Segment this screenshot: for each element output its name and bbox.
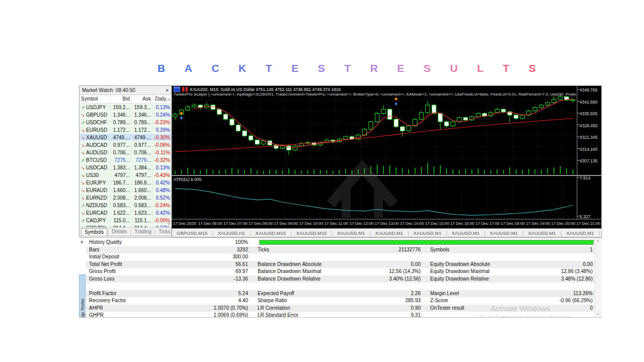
market-watch-tab-details[interactable]: Details	[109, 228, 130, 235]
time-axis-label: 17 Dec 19:00	[526, 221, 550, 226]
time-axis-label: 17 Dec 12:00	[350, 221, 374, 226]
title-letter: A	[185, 62, 192, 74]
stat-value: 0.90	[328, 305, 421, 311]
market-watch-row[interactable]: ↘EURCAD1.622...1.623...0.42%	[79, 209, 171, 217]
stat-value: 100%	[162, 239, 248, 245]
market-watch-row[interactable]: ↘XAUUSD4749....4749....-0.30%	[79, 134, 171, 141]
time-axis-label: 17 Dec 09:00	[274, 221, 298, 226]
bid-cell: 0.583...	[111, 202, 132, 209]
chart-tab[interactable]: XAUUSD,H1	[213, 230, 250, 236]
column-ask[interactable]: Ask	[132, 95, 153, 103]
time-axis-label: 17 Dec 2025	[173, 221, 196, 226]
symbol-cell: ↗BTCUSD	[79, 156, 111, 163]
bid-cell: 0.706...	[111, 149, 132, 156]
trade-marker-icon	[394, 102, 397, 105]
candle-body	[495, 109, 499, 113]
tester-scrollbar[interactable]: ∧ ∨	[595, 238, 602, 317]
market-watch-tab-ticks[interactable]: Ticks	[155, 228, 173, 235]
chart-tab[interactable]: XAUUSD,M1	[447, 230, 484, 236]
history-quality-progress-bar	[259, 240, 594, 245]
market-watch-row[interactable]: ↘US304797...4797...-0.43%	[79, 171, 171, 179]
chart-tab[interactable]: XAUUSD,M1	[371, 230, 408, 236]
candle-body	[426, 105, 430, 113]
chart-tab[interactable]: GBPUSD,M15	[172, 230, 212, 236]
market-watch-row[interactable]: ↗NZDUSD0.583...0.583...-0.24%	[79, 202, 171, 209]
bid-cell: 1.622...	[111, 209, 132, 216]
volume-bar	[175, 171, 176, 174]
scroll-down-icon[interactable]: ∨	[597, 312, 599, 316]
bid-cell: 4797...	[111, 171, 132, 178]
market-watch-row[interactable]: ↘AUDUSD0.706...0.706...-0.11%	[79, 149, 171, 156]
strategy-tester-tab[interactable]: Strategy Tester	[79, 275, 86, 318]
volume-bar	[200, 170, 201, 174]
ask-cell: 1.346...	[132, 111, 153, 118]
chart-window[interactable]: XAUUSD, M15: Gold vs US Dollar 4751.145 …	[172, 85, 602, 229]
chart-tab[interactable]: XAUUSD,M1	[486, 230, 522, 236]
title-letter: K	[238, 62, 246, 74]
market-watch-row[interactable]: ↘EURAUD1.660...1.660...0.48%	[79, 187, 171, 194]
stat-value: -13.36	[162, 276, 248, 282]
stat-label: Equity Drawdown Relative	[430, 276, 489, 282]
title-letter: E	[291, 62, 298, 74]
ask-cell: 115.1...	[132, 217, 153, 224]
column-bid[interactable]: Bid	[111, 95, 132, 103]
daily-change-cell: -0.24%	[153, 202, 171, 209]
volume-bar	[194, 169, 195, 174]
trade-marker-icon	[180, 116, 183, 119]
market-watch-row[interactable]: ↘EURUSD1.172...1.172...0.29%	[79, 126, 171, 134]
market-watch-tab-trading[interactable]: Trading	[131, 228, 154, 235]
volume-bar	[225, 169, 226, 174]
symbol-cell: ↘GBPUSD	[79, 111, 111, 118]
activate-windows-watermark: Activate Windows	[491, 304, 550, 313]
stat-label: Equity Drawdown Maximal	[430, 268, 490, 274]
chart-tab[interactable]: XAUUSD,M1:	[600, 230, 602, 236]
chart-tab[interactable]: XAUUSD,M1	[523, 230, 560, 236]
chart-ea-parameters: TwisterPro Scalper [ <unnamed>=; InpMagi…	[174, 92, 576, 97]
pane-divider	[172, 175, 601, 176]
market-watch-row[interactable]: ↗CADJPY115.0...115.1...-0.00%	[79, 217, 171, 224]
volume-bar	[497, 169, 498, 174]
market-watch-row[interactable]: ↘AUDCAD0.977...0.977...-0.06%	[79, 141, 171, 149]
stat-label: Margin Level	[430, 291, 459, 296]
candle-body	[344, 137, 348, 139]
volume-bar	[471, 169, 472, 174]
arrow-up-icon: ↗	[81, 157, 86, 163]
chart-tab[interactable]: XAUUSD,M1	[333, 230, 369, 236]
candle-body	[571, 100, 575, 101]
daily-change-cell: 0.29%	[153, 126, 171, 133]
symbol-name: USDCAD	[86, 165, 107, 170]
scroll-up-icon[interactable]: ∧	[168, 95, 171, 103]
close-icon[interactable]: ✕	[165, 86, 169, 95]
ask-cell: 1.660...	[132, 187, 153, 194]
strategy-tester-panel: ✕ Strategy Tester History Quality100%Bar…	[79, 237, 602, 318]
chart-tab[interactable]: XAUUSD,M1	[561, 230, 598, 236]
chart-tab[interactable]: XAUUSD,M15	[292, 230, 332, 236]
daily-change-cell: 0.52%	[153, 194, 171, 201]
market-watch-row[interactable]: ↘GBPUSD1.346...1.346...0.24%	[79, 111, 171, 119]
market-watch-row[interactable]: ↘USDCAD1.383...1.384...0.13%	[79, 164, 171, 171]
scroll-up-icon[interactable]: ∧	[597, 239, 599, 243]
market-watch-row[interactable]: ↗BTCUSD7275...7276...-0.32%	[79, 156, 171, 164]
candle-body	[463, 118, 467, 120]
title-letter: S	[529, 62, 536, 74]
tester-row: Initial Deposit300.00	[86, 253, 595, 261]
column-symbol[interactable]: Symbol	[79, 95, 111, 103]
symbol-name: EURJPY	[86, 180, 106, 186]
chart-symbol-ohlc: XAUUSD, M15: Gold vs US Dollar 4751.145 …	[190, 87, 341, 92]
chart-tab[interactable]: XAUUSD,M15	[251, 230, 291, 236]
close-icon[interactable]: ✕	[80, 240, 84, 245]
market-watch-row[interactable]: ↘EURNZD2.008...2.008...0.52%	[79, 194, 171, 202]
market-watch-row[interactable]: ↘EURJPY186.7...186.8...0.42%	[79, 179, 171, 187]
market-watch-row[interactable]: ↗USDJPY159.2...159.3...0.13%	[79, 104, 171, 111]
scroll-down-icon[interactable]: ∨	[167, 221, 170, 226]
market-watch-row[interactable]: ↗USDCHF0.789...0.789...-0.23%	[79, 119, 171, 126]
market-watch-tab-symbols[interactable]: Symbols	[81, 228, 107, 236]
volume-bar	[301, 171, 302, 174]
title-letter: B	[157, 62, 165, 74]
symbol-cell: ↘AUDUSD	[79, 149, 111, 156]
chart-tab[interactable]: XAUUSD,M1	[409, 230, 446, 236]
time-axis-label: 17 Dec 17:00	[475, 221, 500, 226]
bid-cell: 1.172...	[111, 126, 132, 133]
market-watch-panel: Market Watch: 08:40:50 ✕ Symbol Bid Ask …	[79, 85, 172, 236]
volume-bar	[389, 165, 390, 174]
